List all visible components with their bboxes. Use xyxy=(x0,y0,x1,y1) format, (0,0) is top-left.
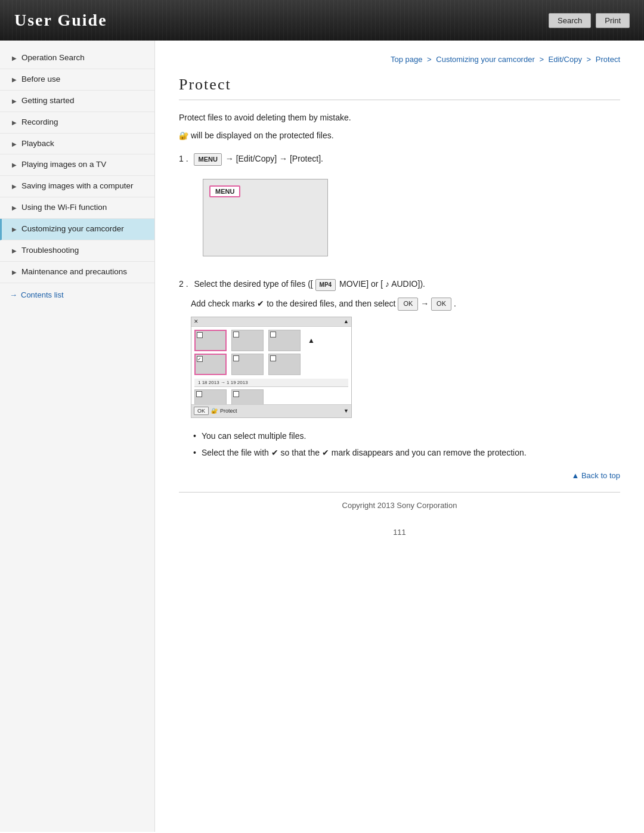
sidebar-item-getting-started[interactable]: ▶ Getting started xyxy=(0,91,154,112)
screenshot-1-container: MENU xyxy=(191,172,620,268)
screenshot-2-container: ✕ ▲ xyxy=(191,317,620,418)
sidebar-item-label: Recording xyxy=(21,117,58,128)
step-2-text: Select the desired type of files ([ xyxy=(194,279,312,289)
breadcrumb-top-page[interactable]: Top page xyxy=(391,55,423,64)
arrow-right-icon: → xyxy=(10,290,17,299)
checkbox-8 xyxy=(233,391,239,397)
intro-line2-text: will be displayed on the protected files… xyxy=(191,131,334,140)
sidebar: ▶ Operation Search ▶ Before use ▶ Gettin… xyxy=(0,41,155,832)
step-1: 1 . MENU → [Edit/Copy] → [Protect]. xyxy=(179,152,620,166)
sidebar-item-customizing[interactable]: ▶ Customizing your camcorder xyxy=(0,219,154,240)
bullet-1-text: You can select multiple files. xyxy=(202,431,306,441)
thumbnail-6 xyxy=(268,354,301,375)
header-buttons: Search Print xyxy=(549,13,630,28)
sidebar-item-wifi[interactable]: ▶ Using the Wi-Fi function xyxy=(0,197,154,219)
step-2-audio-icon: ♪ xyxy=(385,279,389,289)
chevron-right-icon: ▶ xyxy=(12,54,17,63)
step-1-arrow1: → xyxy=(225,154,236,163)
breadcrumb-edit-copy[interactable]: Edit/Copy xyxy=(549,55,582,64)
sidebar-item-troubleshooting[interactable]: ▶ Troubleshooting xyxy=(0,240,154,262)
chevron-right-icon: ▶ xyxy=(12,204,17,212)
ss2-up-icon: ▲ xyxy=(343,318,349,324)
sidebar-item-playing-images-tv[interactable]: ▶ Playing images on a TV xyxy=(0,154,154,176)
sidebar-item-label: Using the Wi-Fi function xyxy=(21,202,107,213)
protect-key-icon: 🔐 xyxy=(179,131,188,140)
main-content: Top page > Customizing your camcorder > … xyxy=(155,41,644,832)
footer: Copyright 2013 Sony Corporation xyxy=(179,492,620,510)
step-1-edit-copy: [Edit/Copy] xyxy=(236,154,277,163)
contents-list-link[interactable]: → Contents list xyxy=(0,283,154,306)
ss2-ok-btn: OK xyxy=(194,407,209,415)
chevron-right-icon: ▶ xyxy=(12,268,17,277)
sidebar-item-label: Saving images with a computer xyxy=(21,181,134,192)
date-strip: 1 18 2013 → 1 19 2013 xyxy=(194,379,348,387)
sidebar-item-label: Customizing your camcorder xyxy=(21,224,124,235)
step-2-number: 2 . xyxy=(179,279,188,289)
page-number: 111 xyxy=(179,528,620,549)
chevron-right-icon: ▶ xyxy=(12,119,17,127)
thumbnail-4: ✓ xyxy=(194,354,227,375)
checkbox-3 xyxy=(270,332,276,337)
breadcrumb-protect[interactable]: Protect xyxy=(596,55,620,64)
chevron-right-icon: ▶ xyxy=(12,225,17,234)
ss2-scroll-down: ▼ xyxy=(343,408,349,414)
ss2-top-bar: ✕ ▲ xyxy=(191,317,351,327)
step-1-arrow2: → xyxy=(279,154,290,163)
bullet-list: You can select multiple files. Select th… xyxy=(193,428,620,462)
step-2-line2: Add check marks ✔ to the desired files, … xyxy=(179,297,620,311)
scroll-up: ▲ xyxy=(305,330,317,351)
sidebar-item-playback[interactable]: ▶ Playback xyxy=(0,134,154,155)
chevron-right-icon: ▶ xyxy=(12,97,17,106)
sidebar-item-label: Playing images on a TV xyxy=(21,159,106,171)
breadcrumb-customizing[interactable]: Customizing your camcorder xyxy=(436,55,534,64)
checkbox-7 xyxy=(196,391,202,397)
chevron-right-icon: ▶ xyxy=(12,182,17,191)
sidebar-item-label: Before use xyxy=(21,74,60,85)
ss2-close-icon: ✕ xyxy=(194,318,199,324)
chevron-right-icon: ▶ xyxy=(12,161,17,169)
page-title: Protect xyxy=(179,76,620,100)
sidebar-item-recording[interactable]: ▶ Recording xyxy=(0,112,154,134)
checkbox-5 xyxy=(233,355,239,361)
print-button[interactable]: Print xyxy=(596,13,630,28)
thumbnail-5 xyxy=(231,354,264,375)
sidebar-item-saving-images[interactable]: ▶ Saving images with a computer xyxy=(0,176,154,197)
intro-line1: Protect files to avoid deleting them by … xyxy=(179,111,620,124)
ss2-bottom-bar: OK 🔐 Protect ▼ xyxy=(191,404,351,417)
ss2-protect-icon: 🔐 xyxy=(211,408,218,414)
thumbnail-1 xyxy=(194,330,227,351)
ss2-protect-label: Protect xyxy=(220,408,237,414)
ok-button-inline-1: OK xyxy=(398,298,418,311)
thumbnail-2 xyxy=(231,330,264,351)
sidebar-item-label: Maintenance and precautions xyxy=(21,267,127,278)
thumbnail-3 xyxy=(268,330,301,351)
spacer xyxy=(305,354,317,375)
arrow-between-ok: → xyxy=(420,299,431,308)
step-2: 2 . Select the desired type of files ([ … xyxy=(179,277,620,290)
date-text: 1 18 2013 → 1 19 2013 xyxy=(198,380,248,385)
thumbnail-grid: ▲ ✓ xyxy=(194,330,348,375)
page-header: User Guide Search Print xyxy=(0,0,644,41)
breadcrumb-sep2: > xyxy=(539,55,546,64)
sidebar-item-operation-search[interactable]: ▶ Operation Search xyxy=(0,48,154,69)
sidebar-item-label: Getting started xyxy=(21,95,75,107)
sidebar-item-maintenance[interactable]: ▶ Maintenance and precautions xyxy=(0,262,154,283)
contents-link-label: Contents list xyxy=(21,290,64,299)
step-2-movie: MOVIE] or [ xyxy=(339,279,383,289)
step-2-audio: AUDIO]). xyxy=(391,279,425,289)
back-to-top-link[interactable]: ▲ Back to top xyxy=(179,471,620,480)
sidebar-item-label: Operation Search xyxy=(21,52,85,64)
breadcrumb-sep: > xyxy=(427,55,434,64)
ok-button-inline-2: OK xyxy=(431,298,451,311)
breadcrumb-sep3: > xyxy=(587,55,593,64)
sidebar-item-label: Troubleshooting xyxy=(21,245,79,256)
app-title: User Guide xyxy=(14,11,107,30)
search-button[interactable]: Search xyxy=(549,13,591,28)
menu-button-label: MENU xyxy=(194,153,221,166)
chevron-right-icon: ▶ xyxy=(12,76,17,84)
breadcrumb: Top page > Customizing your camcorder > … xyxy=(179,55,620,64)
step-1-number: 1 . xyxy=(179,154,188,163)
chevron-right-icon: ▶ xyxy=(12,140,17,148)
page-layout: ▶ Operation Search ▶ Before use ▶ Gettin… xyxy=(0,41,644,832)
sidebar-item-before-use[interactable]: ▶ Before use xyxy=(0,69,154,91)
